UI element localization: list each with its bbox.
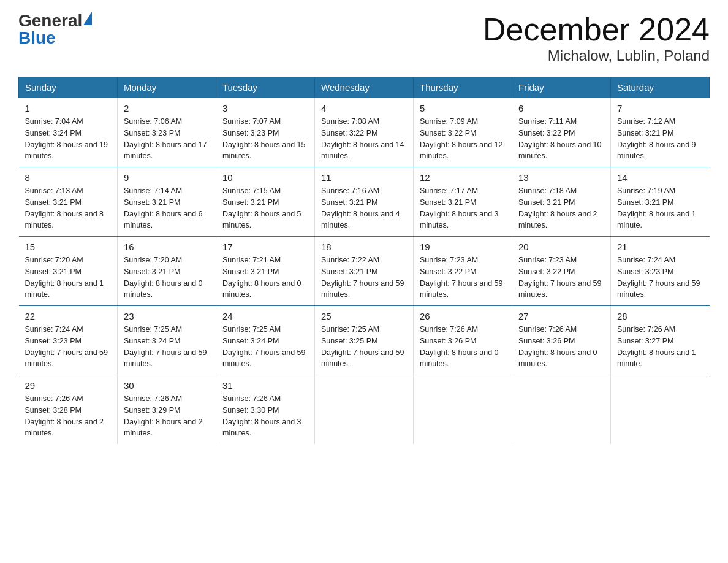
day-number: 24 xyxy=(222,311,308,321)
day-info: Sunrise: 7:16 AMSunset: 3:21 PMDaylight:… xyxy=(321,185,407,231)
calendar-cell: 23 Sunrise: 7:25 AMSunset: 3:24 PMDaylig… xyxy=(118,306,216,375)
calendar-cell: 28 Sunrise: 7:26 AMSunset: 3:27 PMDaylig… xyxy=(611,306,710,375)
day-number: 19 xyxy=(420,242,506,252)
calendar-cell: 16 Sunrise: 7:20 AMSunset: 3:21 PMDaylig… xyxy=(118,237,216,306)
day-number: 21 xyxy=(617,242,703,252)
day-info: Sunrise: 7:14 AMSunset: 3:21 PMDaylight:… xyxy=(124,185,210,231)
day-info: Sunrise: 7:26 AMSunset: 3:27 PMDaylight:… xyxy=(617,324,703,370)
day-number: 15 xyxy=(25,242,112,252)
calendar-cell: 20 Sunrise: 7:23 AMSunset: 3:22 PMDaylig… xyxy=(512,237,611,306)
calendar-week-row: 29 Sunrise: 7:26 AMSunset: 3:28 PMDaylig… xyxy=(19,375,710,445)
day-number: 3 xyxy=(222,103,308,113)
day-number: 10 xyxy=(222,172,308,183)
day-info: Sunrise: 7:20 AMSunset: 3:21 PMDaylight:… xyxy=(124,255,210,301)
day-number: 23 xyxy=(124,311,210,321)
day-number: 16 xyxy=(124,242,210,252)
calendar-cell xyxy=(512,375,611,445)
day-info: Sunrise: 7:25 AMSunset: 3:24 PMDaylight:… xyxy=(222,324,308,370)
day-number: 4 xyxy=(321,103,407,113)
location-title: Michalow, Lublin, Poland xyxy=(483,47,710,64)
page-header: General Blue December 2024 Michalow, Lub… xyxy=(18,12,710,64)
day-number: 14 xyxy=(617,172,703,183)
calendar-week-row: 8 Sunrise: 7:13 AMSunset: 3:21 PMDayligh… xyxy=(19,167,710,237)
day-info: Sunrise: 7:17 AMSunset: 3:21 PMDaylight:… xyxy=(420,185,506,231)
day-info: Sunrise: 7:12 AMSunset: 3:21 PMDaylight:… xyxy=(617,116,703,162)
day-number: 18 xyxy=(321,242,407,252)
day-info: Sunrise: 7:18 AMSunset: 3:21 PMDaylight:… xyxy=(518,185,604,231)
day-number: 8 xyxy=(25,172,112,183)
day-info: Sunrise: 7:13 AMSunset: 3:21 PMDaylight:… xyxy=(25,185,112,231)
calendar-cell: 29 Sunrise: 7:26 AMSunset: 3:28 PMDaylig… xyxy=(19,375,118,445)
calendar-cell: 15 Sunrise: 7:20 AMSunset: 3:21 PMDaylig… xyxy=(19,237,118,306)
day-info: Sunrise: 7:04 AMSunset: 3:24 PMDaylight:… xyxy=(25,116,112,162)
day-info: Sunrise: 7:26 AMSunset: 3:30 PMDaylight:… xyxy=(222,393,308,439)
day-info: Sunrise: 7:25 AMSunset: 3:24 PMDaylight:… xyxy=(124,324,210,370)
calendar-cell: 12 Sunrise: 7:17 AMSunset: 3:21 PMDaylig… xyxy=(414,167,512,237)
calendar-cell: 17 Sunrise: 7:21 AMSunset: 3:21 PMDaylig… xyxy=(216,237,315,306)
calendar-cell: 14 Sunrise: 7:19 AMSunset: 3:21 PMDaylig… xyxy=(611,167,710,237)
day-number: 13 xyxy=(518,172,604,183)
day-number: 6 xyxy=(518,103,604,113)
day-info: Sunrise: 7:26 AMSunset: 3:28 PMDaylight:… xyxy=(25,393,112,439)
calendar-cell: 1 Sunrise: 7:04 AMSunset: 3:24 PMDayligh… xyxy=(19,98,118,167)
logo-arrow-icon xyxy=(83,12,92,25)
calendar-cell: 4 Sunrise: 7:08 AMSunset: 3:22 PMDayligh… xyxy=(315,98,414,167)
calendar-table: SundayMondayTuesdayWednesdayThursdayFrid… xyxy=(18,77,710,444)
calendar-cell: 5 Sunrise: 7:09 AMSunset: 3:22 PMDayligh… xyxy=(414,98,512,167)
calendar-cell: 18 Sunrise: 7:22 AMSunset: 3:21 PMDaylig… xyxy=(315,237,414,306)
month-title: December 2024 xyxy=(483,12,710,47)
day-number: 27 xyxy=(518,311,604,321)
day-number: 22 xyxy=(25,311,112,321)
calendar-cell: 9 Sunrise: 7:14 AMSunset: 3:21 PMDayligh… xyxy=(118,167,216,237)
calendar-cell: 31 Sunrise: 7:26 AMSunset: 3:30 PMDaylig… xyxy=(216,375,315,445)
calendar-cell: 30 Sunrise: 7:26 AMSunset: 3:29 PMDaylig… xyxy=(118,375,216,445)
calendar-week-row: 15 Sunrise: 7:20 AMSunset: 3:21 PMDaylig… xyxy=(19,237,710,306)
day-number: 12 xyxy=(420,172,506,183)
day-info: Sunrise: 7:26 AMSunset: 3:29 PMDaylight:… xyxy=(124,393,210,439)
day-info: Sunrise: 7:22 AMSunset: 3:21 PMDaylight:… xyxy=(321,255,407,301)
day-number: 28 xyxy=(617,311,703,321)
column-header-tuesday: Tuesday xyxy=(216,77,315,98)
day-info: Sunrise: 7:21 AMSunset: 3:21 PMDaylight:… xyxy=(222,255,308,301)
day-number: 1 xyxy=(25,103,112,113)
calendar-cell: 10 Sunrise: 7:15 AMSunset: 3:21 PMDaylig… xyxy=(216,167,315,237)
column-header-sunday: Sunday xyxy=(19,77,118,98)
day-number: 11 xyxy=(321,172,407,183)
day-info: Sunrise: 7:25 AMSunset: 3:25 PMDaylight:… xyxy=(321,324,407,370)
day-number: 2 xyxy=(124,103,210,113)
day-info: Sunrise: 7:08 AMSunset: 3:22 PMDaylight:… xyxy=(321,116,407,162)
logo-general-text: General xyxy=(18,12,82,29)
day-info: Sunrise: 7:15 AMSunset: 3:21 PMDaylight:… xyxy=(222,185,308,231)
day-number: 17 xyxy=(222,242,308,252)
day-info: Sunrise: 7:24 AMSunset: 3:23 PMDaylight:… xyxy=(25,324,112,370)
title-section: December 2024 Michalow, Lublin, Poland xyxy=(483,12,710,64)
calendar-cell: 19 Sunrise: 7:23 AMSunset: 3:22 PMDaylig… xyxy=(414,237,512,306)
calendar-cell xyxy=(414,375,512,445)
day-number: 5 xyxy=(420,103,506,113)
calendar-cell: 21 Sunrise: 7:24 AMSunset: 3:23 PMDaylig… xyxy=(611,237,710,306)
calendar-cell: 7 Sunrise: 7:12 AMSunset: 3:21 PMDayligh… xyxy=(611,98,710,167)
column-header-thursday: Thursday xyxy=(414,77,512,98)
day-info: Sunrise: 7:26 AMSunset: 3:26 PMDaylight:… xyxy=(420,324,506,370)
day-number: 29 xyxy=(25,380,112,391)
calendar-cell xyxy=(611,375,710,445)
day-number: 30 xyxy=(124,380,210,391)
calendar-cell: 11 Sunrise: 7:16 AMSunset: 3:21 PMDaylig… xyxy=(315,167,414,237)
calendar-cell: 22 Sunrise: 7:24 AMSunset: 3:23 PMDaylig… xyxy=(19,306,118,375)
calendar-header-row: SundayMondayTuesdayWednesdayThursdayFrid… xyxy=(19,77,710,98)
day-info: Sunrise: 7:11 AMSunset: 3:22 PMDaylight:… xyxy=(518,116,604,162)
calendar-cell: 25 Sunrise: 7:25 AMSunset: 3:25 PMDaylig… xyxy=(315,306,414,375)
calendar-cell: 13 Sunrise: 7:18 AMSunset: 3:21 PMDaylig… xyxy=(512,167,611,237)
day-info: Sunrise: 7:19 AMSunset: 3:21 PMDaylight:… xyxy=(617,185,703,231)
day-number: 9 xyxy=(124,172,210,183)
day-info: Sunrise: 7:23 AMSunset: 3:22 PMDaylight:… xyxy=(518,255,604,301)
column-header-friday: Friday xyxy=(512,77,611,98)
day-info: Sunrise: 7:26 AMSunset: 3:26 PMDaylight:… xyxy=(518,324,604,370)
column-header-monday: Monday xyxy=(118,77,216,98)
calendar-cell: 6 Sunrise: 7:11 AMSunset: 3:22 PMDayligh… xyxy=(512,98,611,167)
day-info: Sunrise: 7:23 AMSunset: 3:22 PMDaylight:… xyxy=(420,255,506,301)
day-number: 7 xyxy=(617,103,703,113)
calendar-cell: 3 Sunrise: 7:07 AMSunset: 3:23 PMDayligh… xyxy=(216,98,315,167)
calendar-cell: 26 Sunrise: 7:26 AMSunset: 3:26 PMDaylig… xyxy=(414,306,512,375)
calendar-cell xyxy=(315,375,414,445)
